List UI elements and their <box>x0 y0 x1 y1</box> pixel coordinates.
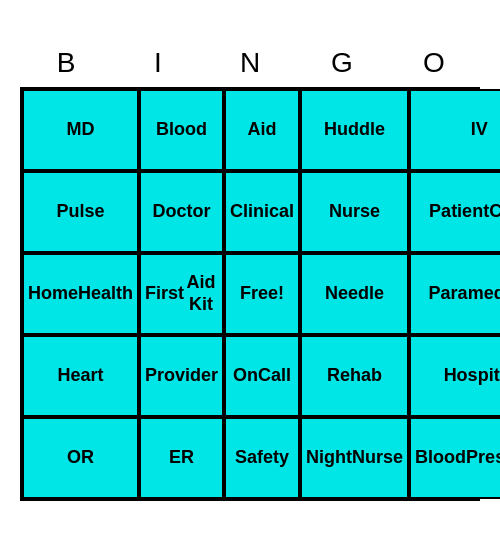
bingo-cell-2: Aid <box>224 89 300 171</box>
cell-line1-24: Blood <box>415 447 466 469</box>
cell-line1-11: First <box>145 283 184 305</box>
header-letter-i: I <box>112 43 204 83</box>
header-letter-b: B <box>20 43 112 83</box>
bingo-cell-3: Huddle <box>300 89 409 171</box>
bingo-cell-12: Free! <box>224 253 300 335</box>
cell-text-0: MD <box>67 119 95 141</box>
cell-line1-23: Night <box>306 447 352 469</box>
cell-text-19: Hospital <box>444 365 500 387</box>
cell-text-2: Aid <box>248 119 277 141</box>
cell-text-17: OnCall <box>233 365 291 387</box>
cell-text-3: Huddle <box>324 119 385 141</box>
cell-line2-11: Aid Kit <box>184 272 218 315</box>
bingo-cell-0: MD <box>22 89 139 171</box>
bingo-cell-10: HomeHealth <box>22 253 139 335</box>
bingo-header: BINGO <box>20 43 480 83</box>
cell-text-21: ER <box>169 447 194 469</box>
bingo-cell-11: FirstAid Kit <box>139 253 224 335</box>
cell-line2-10: Health <box>78 283 133 305</box>
bingo-cell-9: PatientCare <box>409 171 500 253</box>
bingo-cell-23: NightNurse <box>300 417 409 499</box>
cell-text-18: Rehab <box>327 365 382 387</box>
bingo-cell-21: ER <box>139 417 224 499</box>
cell-line1-9: Patient <box>429 201 489 223</box>
cell-text-12: Free! <box>240 283 284 305</box>
cell-text-7: Clinical <box>230 201 294 223</box>
bingo-cell-20: OR <box>22 417 139 499</box>
bingo-cell-6: Doctor <box>139 171 224 253</box>
bingo-cell-19: Hospital <box>409 335 500 417</box>
cell-text-22: Safety <box>235 447 289 469</box>
cell-text-20: OR <box>67 447 94 469</box>
bingo-cell-14: Paramedics <box>409 253 500 335</box>
bingo-cell-4: IV <box>409 89 500 171</box>
header-letter-n: N <box>204 43 296 83</box>
cell-text-1: Blood <box>156 119 207 141</box>
cell-text-4: IV <box>471 119 488 141</box>
bingo-cell-15: Heart <box>22 335 139 417</box>
cell-text-13: Needle <box>325 283 384 305</box>
cell-line2-24: Pressure <box>466 447 500 469</box>
cell-text-6: Doctor <box>153 201 211 223</box>
header-letter-o: O <box>388 43 480 83</box>
cell-line1-10: Home <box>28 283 78 305</box>
bingo-cell-8: Nurse <box>300 171 409 253</box>
bingo-cell-5: Pulse <box>22 171 139 253</box>
bingo-cell-17: OnCall <box>224 335 300 417</box>
bingo-grid: MDBloodAidHuddleIVPulseDoctorClinicalNur… <box>20 87 480 501</box>
bingo-cell-13: Needle <box>300 253 409 335</box>
cell-line2-23: Nurse <box>352 447 403 469</box>
cell-line2-9: Care <box>489 201 500 223</box>
bingo-container: BINGO MDBloodAidHuddleIVPulseDoctorClini… <box>20 43 480 501</box>
bingo-cell-22: Safety <box>224 417 300 499</box>
cell-text-5: Pulse <box>57 201 105 223</box>
bingo-cell-16: Provider <box>139 335 224 417</box>
cell-text-16: Provider <box>145 365 218 387</box>
bingo-cell-1: Blood <box>139 89 224 171</box>
bingo-cell-24: BloodPressure <box>409 417 500 499</box>
cell-text-15: Heart <box>58 365 104 387</box>
header-letter-g: G <box>296 43 388 83</box>
cell-text-8: Nurse <box>329 201 380 223</box>
bingo-cell-18: Rehab <box>300 335 409 417</box>
cell-text-14: Paramedics <box>429 283 500 305</box>
bingo-cell-7: Clinical <box>224 171 300 253</box>
